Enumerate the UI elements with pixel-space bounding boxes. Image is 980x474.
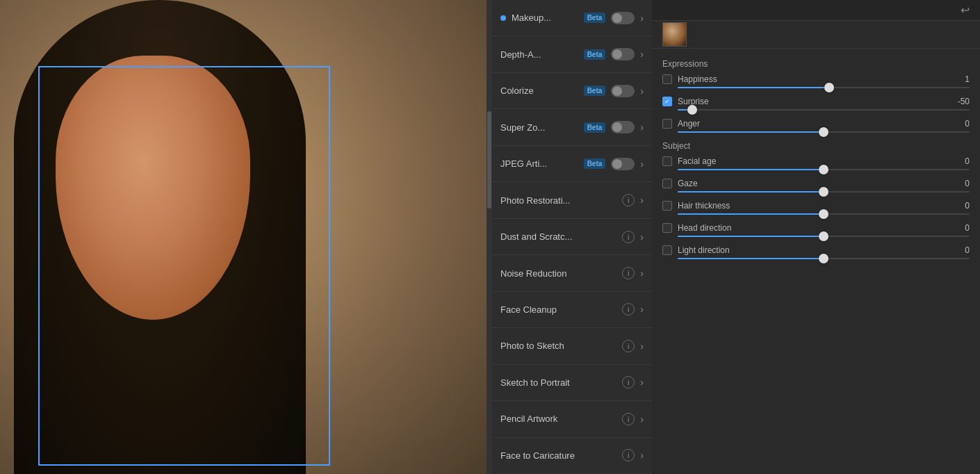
right-panel: ↩ Expressions Happiness1Surprise-50Anger… bbox=[652, 0, 980, 474]
info-icon-pencil-artwork[interactable]: i bbox=[622, 413, 635, 425]
tool-label-depth-a: Depth-A... bbox=[500, 49, 578, 60]
tool-label-pencil-artwork: Pencil Artwork bbox=[500, 414, 616, 424]
undo-icon[interactable]: ↩ bbox=[961, 3, 970, 17]
tool-item-face-to-caricature[interactable]: Face to Caricaturei› bbox=[492, 438, 652, 474]
slider-track-anger[interactable] bbox=[678, 131, 970, 133]
info-icon-sketch-to-portrait[interactable]: i bbox=[622, 376, 635, 389]
info-icon-dust-scratc[interactable]: i bbox=[622, 231, 635, 243]
chevron-icon-face-to-caricature: › bbox=[640, 450, 644, 461]
slider-container-hair-thickness bbox=[662, 213, 970, 215]
control-header-light-direction: Light direction0 bbox=[662, 245, 970, 255]
slider-track-gaze[interactable] bbox=[678, 191, 970, 193]
control-header-gaze: Gaze0 bbox=[662, 179, 970, 188]
control-name-happiness: Happiness bbox=[678, 74, 947, 84]
slider-track-facial-age[interactable] bbox=[678, 169, 970, 170]
beta-badge-super-zoom: Beta bbox=[584, 122, 606, 133]
toggle-jpeg-arti[interactable] bbox=[611, 158, 635, 170]
chevron-icon-makeup: › bbox=[640, 13, 644, 24]
control-value-happiness: 1 bbox=[952, 74, 970, 84]
tool-item-makeup[interactable]: Makeup...Beta› bbox=[492, 0, 652, 36]
slider-thumb-head-direction[interactable] bbox=[819, 231, 828, 241]
control-header-anger: Anger0 bbox=[662, 119, 970, 129]
tool-item-pencil-artwork[interactable]: Pencil Artworki› bbox=[492, 401, 652, 437]
tool-label-face-to-caricature: Face to Caricature bbox=[500, 450, 616, 461]
slider-thumb-anger[interactable] bbox=[819, 127, 828, 137]
control-header-head-direction: Head direction0 bbox=[662, 223, 970, 233]
tool-item-face-cleanup[interactable]: Face Cleanupi› bbox=[492, 292, 652, 328]
checkbox-happiness[interactable] bbox=[662, 74, 672, 84]
slider-thumb-hair-thickness[interactable] bbox=[819, 209, 828, 219]
tool-label-colorize: Colorize bbox=[500, 85, 578, 96]
chevron-icon-photo-restorati: › bbox=[640, 195, 644, 206]
control-value-hair-thickness: 0 bbox=[952, 201, 970, 211]
tool-label-super-zoom: Super Zo... bbox=[500, 122, 578, 133]
scrollbar-track[interactable] bbox=[487, 0, 492, 474]
info-icon-photo-restorati[interactable]: i bbox=[622, 194, 635, 206]
right-header: ↩ bbox=[652, 0, 980, 21]
beta-badge-makeup: Beta bbox=[584, 13, 606, 23]
beta-badge-depth-a: Beta bbox=[584, 49, 606, 60]
slider-fill-head-direction bbox=[678, 236, 824, 237]
tool-label-noise-reduction: Noise Reduction bbox=[500, 268, 616, 279]
control-header-surprise: Surprise-50 bbox=[662, 97, 970, 106]
slider-thumb-happiness[interactable] bbox=[824, 83, 834, 92]
info-icon-face-cleanup[interactable]: i bbox=[622, 303, 635, 316]
slider-track-surprise[interactable] bbox=[678, 109, 970, 111]
info-icon-noise-reduction[interactable]: i bbox=[622, 267, 635, 279]
chevron-icon-face-cleanup: › bbox=[640, 304, 644, 315]
active-dot bbox=[500, 15, 506, 21]
tool-label-dust-scratc: Dust and Scratc... bbox=[500, 231, 616, 242]
tool-item-sketch-to-portrait[interactable]: Sketch to Portraiti› bbox=[492, 365, 652, 401]
slider-thumb-facial-age[interactable] bbox=[819, 165, 828, 174]
toggle-depth-a[interactable] bbox=[611, 48, 635, 60]
control-name-hair-thickness: Hair thickness bbox=[678, 201, 947, 211]
slider-container-facial-age bbox=[662, 169, 970, 170]
info-icon-face-to-caricature[interactable]: i bbox=[622, 449, 635, 461]
scrollbar-thumb[interactable] bbox=[487, 111, 491, 209]
slider-track-light-direction[interactable] bbox=[678, 258, 970, 259]
toggle-colorize[interactable] bbox=[611, 85, 635, 97]
checkbox-facial-age[interactable] bbox=[662, 156, 672, 166]
toggle-super-zoom[interactable] bbox=[611, 121, 635, 133]
slider-thumb-surprise[interactable] bbox=[687, 105, 697, 115]
slider-fill-happiness bbox=[678, 87, 829, 88]
tool-item-photo-to-sketch[interactable]: Photo to Sketchi› bbox=[492, 328, 652, 364]
chevron-icon-colorize: › bbox=[640, 85, 644, 97]
slider-thumb-light-direction[interactable] bbox=[819, 254, 828, 263]
tool-item-photo-restorati[interactable]: Photo Restorati...i› bbox=[492, 182, 652, 218]
slider-track-happiness[interactable] bbox=[678, 87, 970, 88]
tool-item-super-zoom[interactable]: Super Zo...Beta› bbox=[492, 109, 652, 145]
toggle-makeup[interactable] bbox=[611, 12, 635, 24]
control-header-hair-thickness: Hair thickness0 bbox=[662, 201, 970, 211]
slider-thumb-gaze[interactable] bbox=[819, 187, 828, 197]
tool-item-jpeg-arti[interactable]: JPEG Arti...Beta› bbox=[492, 146, 652, 182]
checkbox-light-direction[interactable] bbox=[662, 245, 672, 255]
tool-item-colorize[interactable]: ColorizeBeta› bbox=[492, 73, 652, 109]
control-value-facial-age: 0 bbox=[952, 156, 970, 166]
tool-item-depth-a[interactable]: Depth-A...Beta› bbox=[492, 36, 652, 72]
control-name-anger: Anger bbox=[678, 119, 947, 129]
control-row-hair-thickness: Hair thickness0 bbox=[662, 201, 970, 215]
checkbox-gaze[interactable] bbox=[662, 179, 672, 188]
tools-panel: Makeup...Beta›Depth-A...Beta›ColorizeBet… bbox=[492, 0, 652, 474]
right-content: Expressions Happiness1Surprise-50Anger0 … bbox=[652, 49, 980, 474]
tool-item-dust-scratc[interactable]: Dust and Scratc...i› bbox=[492, 219, 652, 255]
info-icon-photo-to-sketch[interactable]: i bbox=[622, 340, 635, 352]
checkbox-surprise[interactable] bbox=[662, 97, 672, 106]
slider-track-head-direction[interactable] bbox=[678, 236, 970, 237]
tool-label-jpeg-arti: JPEG Arti... bbox=[500, 158, 578, 169]
expressions-title: Expressions bbox=[662, 59, 970, 69]
control-name-facial-age: Facial age bbox=[678, 156, 947, 166]
chevron-icon-super-zoom: › bbox=[640, 122, 644, 133]
checkbox-head-direction[interactable] bbox=[662, 223, 672, 233]
slider-track-hair-thickness[interactable] bbox=[678, 213, 970, 215]
slider-fill-anger bbox=[678, 131, 824, 133]
portrait-background bbox=[0, 0, 487, 474]
checkbox-anger[interactable] bbox=[662, 119, 672, 129]
control-row-surprise: Surprise-50 bbox=[662, 97, 970, 111]
chevron-icon-noise-reduction: › bbox=[640, 268, 644, 279]
checkbox-hair-thickness[interactable] bbox=[662, 201, 672, 211]
tool-label-photo-restorati: Photo Restorati... bbox=[500, 195, 616, 206]
tool-item-noise-reduction[interactable]: Noise Reductioni› bbox=[492, 255, 652, 291]
chevron-icon-sketch-to-portrait: › bbox=[640, 377, 644, 388]
